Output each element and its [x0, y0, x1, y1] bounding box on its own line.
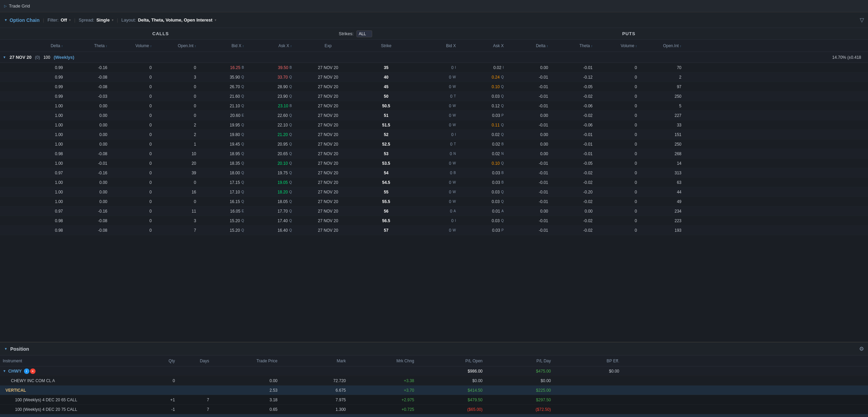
- cell-bid-p[interactable]: 0 W: [410, 228, 458, 233]
- pos-icon-close[interactable]: ×: [30, 368, 36, 374]
- cell-bid-c[interactable]: 21.10 Q: [198, 104, 246, 108]
- cell-ask-c[interactable]: 23.90 Q: [246, 94, 294, 99]
- cell-bid-p[interactable]: 0 W: [410, 190, 458, 194]
- table-row[interactable]: 0.99 -0.03 0 0 21.60 Q 23.90 Q 27 NOV 20…: [0, 92, 868, 101]
- cell-bid-p[interactable]: 0 W: [410, 199, 458, 204]
- cell-bid-p[interactable]: 0 T: [410, 94, 458, 99]
- cell-bid-p[interactable]: 0 W: [410, 84, 458, 89]
- table-row[interactable]: 0.99 -0.16 0 0 16.25 B 39.50 B 27 NOV 20…: [0, 63, 868, 72]
- cell-ask-c[interactable]: 17.40 Q: [246, 218, 294, 223]
- cell-ask-c[interactable]: 18.20 Q: [246, 190, 294, 194]
- cell-ask-p[interactable]: 0.03 Q: [458, 218, 506, 223]
- cell-bid-c[interactable]: 20.60 E: [198, 113, 246, 118]
- table-row[interactable]: 0.99 -0.08 0 3 35.90 Q 33.70 Q 27 NOV 20…: [0, 72, 868, 82]
- pos-col-pl-day[interactable]: P/L Day: [485, 359, 554, 363]
- cell-ask-c[interactable]: 22.10 Q: [246, 123, 294, 127]
- pos-data-row[interactable]: 100 (Weeklys) 4 DEC 20 65 CALL +1 7 3.18…: [0, 395, 868, 405]
- cell-bid-p[interactable]: 0 A: [410, 209, 458, 214]
- cell-ask-c[interactable]: 20.65 Q: [246, 151, 294, 156]
- cell-ask-c[interactable]: 33.70 Q: [246, 75, 294, 80]
- cell-ask-p[interactable]: 0.10 Q: [458, 84, 506, 89]
- cell-ask-p[interactable]: 0.03 P: [458, 113, 506, 118]
- cell-bid-c[interactable]: 16.15 Q: [198, 199, 246, 204]
- cell-bid-p[interactable]: 0 W: [410, 113, 458, 118]
- cell-ask-p[interactable]: 0.03 Q: [458, 190, 506, 194]
- cell-bid-p[interactable]: 0 N: [410, 151, 458, 156]
- pos-data-row[interactable]: ▼ CHWY i × $986.00 $475.00 $0.00: [0, 366, 868, 376]
- cell-ask-p[interactable]: 0.03 Q: [458, 199, 506, 204]
- col-header-bid-c[interactable]: Bid X ↑: [198, 43, 246, 48]
- cell-ask-p[interactable]: 0.03 Q: [458, 94, 506, 99]
- col-header-ask-p[interactable]: Ask X: [458, 43, 506, 48]
- cell-ask-p[interactable]: 0.02 Q: [458, 132, 506, 137]
- cell-bid-p[interactable]: 0 B: [410, 171, 458, 175]
- cell-bid-p[interactable]: 0 T: [410, 142, 458, 147]
- col-header-theta-c[interactable]: Theta ↑: [65, 43, 109, 48]
- pos-col-bp-eff[interactable]: BP Eff.: [554, 359, 622, 363]
- table-row[interactable]: 0.97 -0.16 0 11 16.05 E 17.70 Q 27 NOV 2…: [0, 206, 868, 216]
- table-row[interactable]: 0.98 -0.08 0 7 15.20 Q 16.40 Q 27 NOV 20…: [0, 226, 868, 235]
- pos-data-row[interactable]: BUTTERFLY 1.35 +5.305 $179.00 ($25.00): [0, 414, 868, 417]
- group-chevron[interactable]: ▼: [3, 369, 6, 373]
- cell-bid-c[interactable]: 21.60 Q: [198, 94, 246, 99]
- pos-data-row[interactable]: VERTICAL 2.53 6.675 +3.70 $414.50 $225.0…: [0, 386, 868, 395]
- option-chain-toggle[interactable]: Option Chain: [10, 17, 40, 23]
- cell-ask-p[interactable]: 0.10 Q: [458, 161, 506, 166]
- cell-bid-p[interactable]: 0 W: [410, 161, 458, 166]
- filter-arrow[interactable]: ▾: [69, 18, 71, 22]
- col-header-vol-c[interactable]: Volume ↑: [109, 43, 154, 48]
- cell-ask-c[interactable]: 39.50 B: [246, 65, 294, 70]
- col-header-ask-c[interactable]: Ask X ↑: [246, 43, 294, 48]
- col-header-delta-c[interactable]: Delta ↑: [21, 43, 65, 48]
- table-row[interactable]: 0.98 -0.08 0 10 18.95 Q 20.65 Q 27 NOV 2…: [0, 149, 868, 159]
- cell-bid-c[interactable]: 18.35 Q: [198, 161, 246, 166]
- table-row[interactable]: 0.97 -0.16 0 39 18.00 Q 19.75 Q 27 NOV 2…: [0, 168, 868, 178]
- cell-bid-p[interactable]: 0 W: [410, 180, 458, 185]
- pos-col-instrument[interactable]: Instrument: [0, 359, 137, 363]
- cell-ask-c[interactable]: 20.95 Q: [246, 142, 294, 147]
- cell-ask-p[interactable]: 0.01 A: [458, 209, 506, 214]
- cell-ask-p[interactable]: 0.02 B: [458, 142, 506, 147]
- filter-value[interactable]: Off: [60, 17, 67, 23]
- cell-ask-p[interactable]: 0.03 P: [458, 228, 506, 233]
- table-row[interactable]: 1.00 0.00 0 2 19.80 Q 21.20 Q 27 NOV 20 …: [0, 130, 868, 139]
- cell-bid-c[interactable]: 16.05 E: [198, 209, 246, 214]
- cell-ask-c[interactable]: 20.10 Q: [246, 161, 294, 166]
- cell-bid-c[interactable]: 26.70 Q: [198, 84, 246, 89]
- cell-ask-p[interactable]: 0.11 Q: [458, 123, 506, 127]
- cell-ask-c[interactable]: 22.60 Q: [246, 113, 294, 118]
- cell-ask-p[interactable]: 0.24 Q: [458, 75, 506, 80]
- cell-bid-c[interactable]: 15.20 Q: [198, 218, 246, 223]
- table-row[interactable]: 0.98 -0.08 0 3 15.20 Q 17.40 Q 27 NOV 20…: [0, 216, 868, 226]
- pos-icon-info[interactable]: i: [24, 368, 29, 374]
- strikes-dropdown[interactable]: ALL 5 10 20: [356, 30, 372, 37]
- spread-arrow[interactable]: ▾: [112, 18, 113, 22]
- table-row[interactable]: 1.00 0.00 0 0 21.10 Q 23.10 B 27 NOV 20 …: [0, 101, 868, 111]
- table-row[interactable]: 1.00 0.00 0 16 17.10 Q 18.20 Q 27 NOV 20…: [0, 187, 868, 197]
- col-header-bid-p[interactable]: Bid X: [410, 43, 458, 48]
- pos-col-mark[interactable]: Mark: [280, 359, 349, 363]
- position-chevron[interactable]: ▼: [4, 347, 8, 351]
- cell-bid-c[interactable]: 35.90 Q: [198, 75, 246, 80]
- layout-value[interactable]: Delta, Theta, Volume, Open Interest: [138, 17, 213, 23]
- cell-bid-p[interactable]: 0 W: [410, 123, 458, 127]
- cell-ask-c[interactable]: 18.05 Q: [246, 199, 294, 204]
- pos-col-pl-open[interactable]: P/L Open: [417, 359, 485, 363]
- col-header-strike[interactable]: Strike: [362, 43, 410, 48]
- cell-bid-p[interactable]: 0 W: [410, 75, 458, 80]
- cell-bid-p[interactable]: 0 I: [410, 218, 458, 223]
- cell-bid-c[interactable]: 15.20 Q: [198, 228, 246, 233]
- cell-bid-p[interactable]: 0 I: [410, 132, 458, 137]
- table-row[interactable]: 1.00 0.00 0 0 20.60 E 22.60 Q 27 NOV 20 …: [0, 111, 868, 120]
- col-header-delta-p[interactable]: Delta ↑: [506, 43, 550, 48]
- cell-ask-c[interactable]: 19.05 Q: [246, 180, 294, 185]
- cell-bid-c[interactable]: 19.45 Q: [198, 142, 246, 147]
- cell-ask-c[interactable]: 17.70 Q: [246, 209, 294, 214]
- expiry-chevron[interactable]: ▼: [3, 55, 6, 59]
- table-row[interactable]: 1.00 -0.01 0 20 18.35 Q 20.10 Q 27 NOV 2…: [0, 159, 868, 168]
- pos-col-qty[interactable]: Qty: [137, 359, 178, 363]
- cell-ask-p[interactable]: 0.12 Q: [458, 104, 506, 108]
- table-row[interactable]: 1.00 0.00 0 0 17.15 Q 19.05 Q 27 NOV 20 …: [0, 178, 868, 187]
- col-header-theta-p[interactable]: Theta ↑: [550, 43, 595, 48]
- pos-data-row[interactable]: CHEWY INC COM CL A 0 0.00 72.720 +3.38 $…: [0, 376, 868, 386]
